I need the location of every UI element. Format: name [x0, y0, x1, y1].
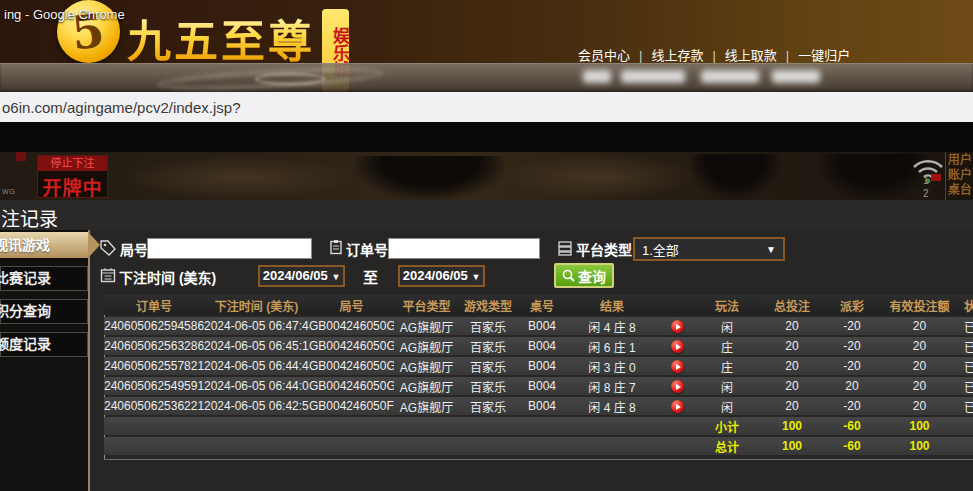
subtotal-row-empty: [962, 417, 973, 435]
order-input[interactable]: [388, 238, 540, 259]
table-row: 2406050625945862024-06-05 06:47:47GB0042…: [104, 317, 973, 335]
cell-status: 已结算: [962, 357, 973, 375]
replay-button[interactable]: [671, 400, 684, 413]
address-bar[interactable]: o6in.com/agingame/pcv2/index.jsp?: [0, 92, 973, 122]
table-bottom-border: [104, 459, 973, 460]
play-icon: [676, 364, 681, 370]
account-blur-2: [621, 70, 685, 83]
replay-button[interactable]: [671, 340, 684, 353]
cell-payout: -20: [827, 317, 877, 335]
cell-game: 百家乐: [459, 357, 517, 375]
cell-valid: 20: [877, 337, 962, 355]
cell-order: 240605062549591: [104, 377, 204, 395]
date-from-button[interactable]: 2024/06/05 ▼: [258, 265, 345, 287]
cell-time: 2024-06-05 06:42:55: [204, 397, 309, 415]
column-header-result: 结果: [567, 295, 657, 315]
cell-_replay: [657, 357, 697, 375]
replay-button[interactable]: [671, 360, 684, 373]
account-blur-1: [583, 70, 611, 83]
cell-round: GB004246050FZ: [309, 397, 394, 415]
date-from-value: 2024/06/05: [263, 268, 328, 283]
banner-side-nums: 12: [923, 174, 929, 200]
side-label: 桌台: [948, 183, 972, 198]
sidebar-item-1[interactable]: 比赛记录: [0, 266, 88, 291]
cell-_replay: [657, 397, 697, 415]
table-row: 2406050625578212024-06-05 06:44:44GB0042…: [104, 357, 973, 375]
bets-table: 订单号下注时间 (美东)局号平台类型游戏类型桌号结果玩法总投注派彩有效投注额状态…: [104, 293, 973, 457]
table-row: 2406050625362212024-06-05 06:42:55GB0042…: [104, 397, 973, 415]
platform-icon: [557, 240, 573, 260]
sidebar-item-3[interactable]: 额度记录: [0, 332, 88, 357]
total-row-empty: [309, 437, 394, 455]
cell-payout: -20: [827, 337, 877, 355]
total-row-empty: [657, 437, 697, 455]
side-label: 账户: [948, 168, 972, 183]
dealer-silhouette: [690, 154, 780, 200]
window-title: ing - Google Chrome: [4, 7, 125, 22]
nav-separator: |: [639, 48, 642, 63]
column-header-time: 下注时间 (美东): [204, 295, 309, 315]
subtotal-row-empty: [517, 417, 567, 435]
nav-link-1[interactable]: 线上存款: [651, 48, 703, 63]
total-row-empty: [104, 437, 204, 455]
platform-select[interactable]: 1.全部 ▼: [633, 237, 785, 261]
cell-play: 庄: [697, 337, 757, 355]
subtotal-row-label: 小计: [697, 417, 757, 435]
subtotal-row-empty: [204, 417, 309, 435]
subtotal-row-empty: [657, 417, 697, 435]
cell-total_bet: 20: [757, 397, 827, 415]
replay-button[interactable]: [671, 380, 684, 393]
cell-result: 闲 4 庄 8: [567, 397, 657, 415]
chevron-down-icon: ▼: [331, 272, 340, 282]
play-icon: [676, 384, 681, 390]
cell-order: 240605062557821: [104, 357, 204, 375]
game-status-text: 开牌中: [38, 173, 107, 200]
cell-total_bet: 20: [757, 377, 827, 395]
nav-link-2[interactable]: 线上取款: [725, 48, 777, 63]
cell-platform: AG旗舰厅: [394, 357, 459, 375]
total-row-label: 总计: [697, 437, 757, 455]
to-label: 至: [363, 266, 378, 287]
sidebar-item-2[interactable]: 积分查询: [0, 299, 88, 324]
cell-round: GB004246050G2: [309, 357, 394, 375]
sidebar-item-0[interactable]: 视讯游戏: [0, 232, 88, 258]
chevron-down-icon: ▼: [766, 244, 776, 255]
total-row-empty: [459, 437, 517, 455]
cell-platform: AG旗舰厅: [394, 317, 459, 335]
cell-status: 已结算: [962, 377, 973, 395]
cell-game: 百家乐: [459, 337, 517, 355]
cell-payout: -20: [827, 357, 877, 375]
round-input[interactable]: [147, 238, 312, 259]
banner-side-labels: 用户账户桌台: [948, 153, 972, 198]
cell-table_no: B004: [517, 397, 567, 415]
address-bar-url: o6in.com/agingame/pcv2/index.jsp?: [2, 99, 240, 116]
cell-result: 闲 3 庄 0: [567, 357, 657, 375]
cell-order: 240605062563286: [104, 337, 204, 355]
cell-play: 闲: [697, 317, 757, 335]
replay-button[interactable]: [671, 320, 684, 333]
calendar-icon: [100, 267, 116, 287]
total-row-empty: [517, 437, 567, 455]
subtotal-row-empty: [394, 417, 459, 435]
play-icon: [676, 344, 681, 350]
side-num: 1: [923, 174, 929, 187]
total-row-payout: -60: [827, 437, 877, 455]
cell-play: 庄: [697, 357, 757, 375]
cell-valid: 20: [877, 377, 962, 395]
screen: 5 九五至尊 会员中心|线上存款|线上取款|一键归户 娱乐城 ing - Goo…: [0, 0, 973, 491]
search-button[interactable]: 查询: [554, 263, 614, 288]
nav-link-3[interactable]: 一键归户: [798, 48, 850, 63]
column-header-platform: 平台类型: [394, 295, 459, 315]
watermark-text: WG: [2, 188, 16, 195]
cell-platform: AG旗舰厅: [394, 377, 459, 395]
red-marker: [16, 152, 26, 161]
tag-icon: [100, 240, 116, 260]
cell-result: 闲 8 庄 7: [567, 377, 657, 395]
column-header-valid: 有效投注额: [877, 295, 962, 315]
cell-valid: 20: [877, 357, 962, 375]
banner-glow: [500, 154, 700, 200]
nav-link-0[interactable]: 会员中心: [578, 48, 630, 63]
date-to-button[interactable]: 2024/06/05 ▼: [398, 265, 485, 287]
side-num: 2: [923, 187, 929, 200]
subtotal-row-empty: [104, 417, 204, 435]
